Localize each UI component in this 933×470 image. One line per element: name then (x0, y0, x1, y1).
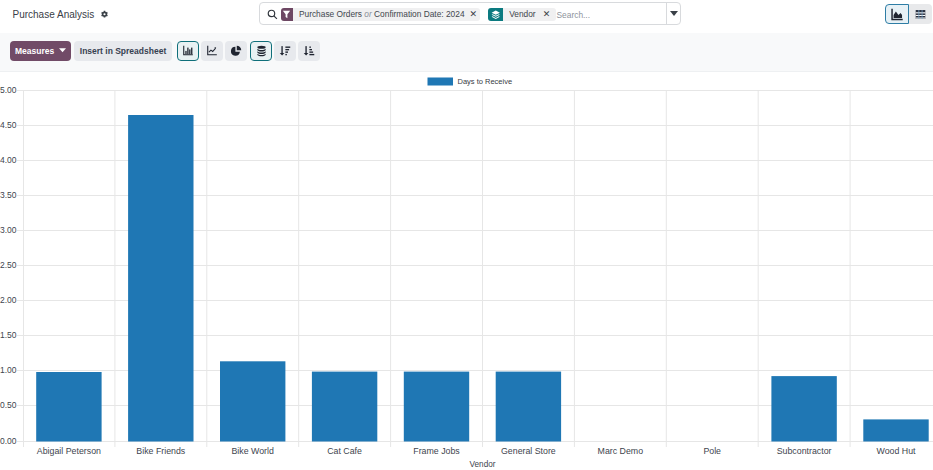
svg-text:4.50: 4.50 (0, 120, 17, 130)
svg-text:Subcontractor: Subcontractor (777, 446, 832, 456)
svg-text:Wood Hut: Wood Hut (877, 446, 917, 456)
svg-text:Vendor: Vendor (470, 460, 496, 469)
svg-text:4.00: 4.00 (0, 155, 17, 165)
svg-text:0.00: 0.00 (0, 436, 17, 446)
svg-text:Abigail Peterson: Abigail Peterson (37, 446, 101, 456)
svg-text:3.50: 3.50 (0, 190, 17, 200)
svg-text:1.00: 1.00 (0, 365, 17, 375)
svg-text:Bike World: Bike World (232, 446, 274, 456)
svg-text:Cat Cafe: Cat Cafe (327, 446, 362, 456)
svg-text:3.00: 3.00 (0, 225, 17, 235)
svg-text:Frame Jobs: Frame Jobs (413, 446, 460, 456)
svg-text:Bike Friends: Bike Friends (136, 446, 185, 456)
svg-text:0.50: 0.50 (0, 400, 17, 410)
svg-text:2.50: 2.50 (0, 260, 17, 270)
svg-text:Marc Demo: Marc Demo (598, 446, 644, 456)
svg-text:General Store: General Store (501, 446, 556, 456)
svg-text:2.00: 2.00 (0, 295, 17, 305)
svg-text:1.50: 1.50 (0, 330, 17, 340)
svg-text:Pole: Pole (703, 446, 721, 456)
svg-text:Days to Receive: Days to Receive (458, 77, 513, 86)
svg-text:5.00: 5.00 (0, 85, 17, 95)
